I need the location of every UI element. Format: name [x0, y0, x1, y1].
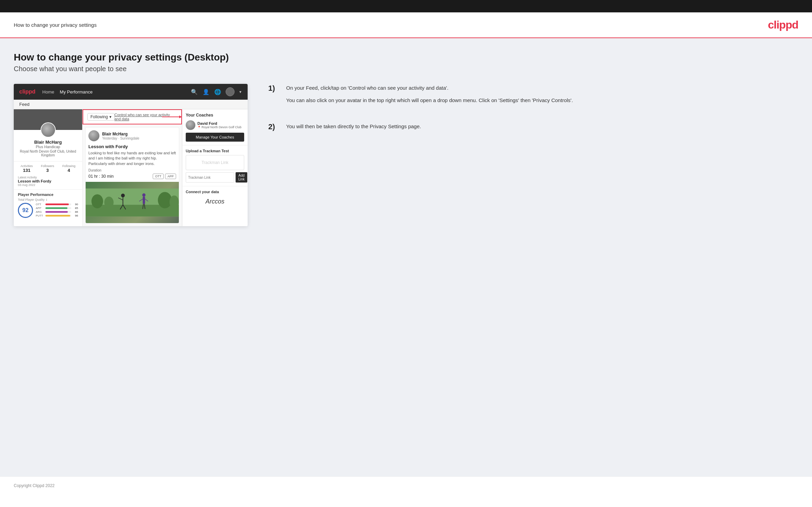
step-2: 2) You will then be taken directly to th…	[268, 122, 791, 135]
search-icon[interactable]: 🔍	[191, 88, 198, 96]
profile-handicap: Plus Handicap	[18, 145, 78, 149]
nav-my-performance[interactable]: My Performance	[60, 89, 93, 95]
latest-activity-label: Latest Activity	[18, 176, 78, 179]
trackman-placeholder: Trackman Link	[186, 155, 244, 170]
feed-header-container: Following ▾ Control who can see your act…	[83, 109, 182, 124]
profile-banner	[14, 109, 82, 130]
bar-arg: ARG 86	[36, 210, 78, 213]
coach-name: David Ford	[197, 121, 241, 125]
globe-icon[interactable]: 🌐	[214, 88, 221, 96]
post-user-name: Blair McHarg	[102, 132, 139, 136]
svg-point-3	[104, 197, 113, 208]
post-duration-value: 01 hr : 30 min	[88, 174, 113, 179]
post-duration-row: 01 hr : 30 min OTT APP	[88, 174, 176, 179]
tpq-circle: 92	[18, 203, 33, 218]
step-1-number: 1)	[268, 84, 281, 109]
stat-following-label: Following	[62, 164, 75, 168]
tpq-row: 92 OTT 90 APP	[18, 203, 78, 218]
player-perf-title: Player Performance	[18, 192, 78, 197]
trackman-link-input[interactable]	[186, 172, 234, 183]
app-logo: clippd	[19, 89, 35, 95]
player-performance: Player Performance Total Player Quality …	[14, 189, 82, 221]
stat-followers-value: 3	[41, 168, 54, 173]
svg-point-5	[170, 196, 179, 209]
latest-activity-name: Lesson with Fordy	[18, 179, 78, 183]
coach-avatar	[186, 120, 195, 130]
app-nav-items: Home My Performance	[42, 89, 93, 95]
trackman-input-row: Add Link	[186, 172, 244, 183]
post-avatar	[88, 130, 99, 141]
page-title: How to change your privacy settings	[14, 22, 97, 28]
tpq-label: Total Player Quality ℹ	[18, 198, 78, 201]
step-2-para: You will then be taken directly to the P…	[286, 122, 421, 131]
tag-ott: OTT	[153, 174, 164, 179]
footer-text: Copyright Clippd 2022	[14, 483, 55, 488]
main-content: How to change your privacy settings (Des…	[0, 38, 812, 476]
feed-post: Blair McHarg Yesterday · Sunningdale Les…	[85, 127, 179, 223]
svg-rect-12	[143, 197, 145, 204]
post-header: Blair McHarg Yesterday · Sunningdale	[86, 128, 179, 144]
post-meta: Yesterday · Sunningdale	[102, 136, 139, 140]
nav-home[interactable]: Home	[42, 89, 54, 95]
post-title: Lesson with Fordy	[88, 144, 176, 149]
profile-name: Blair McHarg	[18, 140, 78, 145]
clippd-logo: clippd	[768, 19, 798, 31]
stat-following: Following 4	[62, 164, 75, 173]
step-2-number: 2)	[268, 122, 281, 135]
main-subtitle: Choose what you want people to see	[14, 65, 798, 73]
step-2-text: You will then be taken directly to the P…	[286, 122, 421, 135]
latest-activity-date: 03 Aug 2022	[18, 183, 78, 187]
tag-app: APP	[165, 174, 176, 179]
step-1: 1) On your Feed, click/tap on 'Control w…	[268, 84, 791, 109]
stat-followers-label: Followers	[41, 164, 54, 168]
arccos-logo: Arccos	[186, 196, 244, 207]
coaches-panel: Your Coaches David Ford 📍 Royal North De…	[182, 109, 248, 145]
coach-club: 📍 Royal North Devon Golf Club	[197, 125, 241, 129]
coach-info: David Ford 📍 Royal North Devon Golf Club	[197, 121, 241, 129]
center-feed: Following ▾ Control who can see your act…	[83, 109, 182, 226]
post-user-info: Blair McHarg Yesterday · Sunningdale	[102, 132, 139, 140]
post-body: Lesson with Fordy Looking to feel like m…	[86, 144, 179, 182]
trackman-add-button[interactable]: Add Link	[236, 172, 247, 183]
site-header: How to change your privacy settings clip…	[0, 12, 812, 38]
step-1-text: On your Feed, click/tap on 'Control who …	[286, 84, 573, 109]
step-1-para-2: You can also click on your avatar in the…	[286, 96, 573, 104]
step-1-para-1: On your Feed, click/tap on 'Control who …	[286, 84, 573, 92]
bar-app: APP 85	[36, 207, 78, 210]
following-button[interactable]: Following ▾	[87, 113, 115, 121]
coaches-title: Your Coaches	[186, 113, 244, 118]
user-avatar[interactable]	[226, 87, 235, 96]
main-title: How to change your privacy settings (Des…	[14, 52, 798, 63]
trackman-panel: Upload a Trackman Test Trackman Link Add…	[182, 145, 248, 186]
svg-point-11	[142, 194, 145, 197]
content-layout: clippd Home My Performance 🔍 👤 🌐 ▼ Feed	[14, 84, 798, 226]
connect-panel: Connect your data Arccos	[182, 186, 248, 211]
user-icon[interactable]: 👤	[202, 88, 210, 96]
profile-stats: Activities 131 Followers 3 Following 4	[14, 161, 82, 173]
stat-followers: Followers 3	[41, 164, 54, 173]
profile-sidebar: Blair McHarg Plus Handicap Royal North D…	[14, 109, 83, 226]
manage-coaches-button[interactable]: Manage Your Coaches	[186, 133, 244, 142]
bar-ott: OTT 90	[36, 203, 78, 206]
post-duration-label: Duration	[88, 168, 176, 172]
post-image	[86, 182, 179, 223]
instructions-panel: 1) On your Feed, click/tap on 'Control w…	[261, 84, 798, 148]
app-nav-right: 🔍 👤 🌐 ▼	[191, 87, 242, 96]
site-footer: Copyright Clippd 2022	[0, 476, 812, 494]
right-sidebar: Your Coaches David Ford 📍 Royal North De…	[182, 109, 248, 226]
profile-club: Royal North Devon Golf Club, United King…	[18, 150, 78, 157]
connect-title: Connect your data	[186, 190, 244, 194]
bar-putt: PUTT 96	[36, 214, 78, 217]
latest-activity: Latest Activity Lesson with Fordy 03 Aug…	[14, 173, 82, 189]
trackman-title: Upload a Trackman Test	[186, 149, 244, 153]
feed-tab[interactable]: Feed	[14, 100, 248, 109]
stat-following-value: 4	[62, 168, 75, 173]
post-description: Looking to feel like my hands are exitin…	[88, 151, 176, 166]
app-body: Blair McHarg Plus Handicap Royal North D…	[14, 109, 248, 226]
tpq-bars: OTT 90 APP	[36, 203, 78, 218]
app-navbar: clippd Home My Performance 🔍 👤 🌐 ▼	[14, 84, 248, 100]
coach-row: David Ford 📍 Royal North Devon Golf Club	[186, 120, 244, 130]
app-screenshot: clippd Home My Performance 🔍 👤 🌐 ▼ Feed	[14, 84, 248, 226]
avatar-dropdown[interactable]: ▼	[239, 90, 242, 94]
feed-header: Following ▾ Control who can see your act…	[83, 109, 182, 124]
